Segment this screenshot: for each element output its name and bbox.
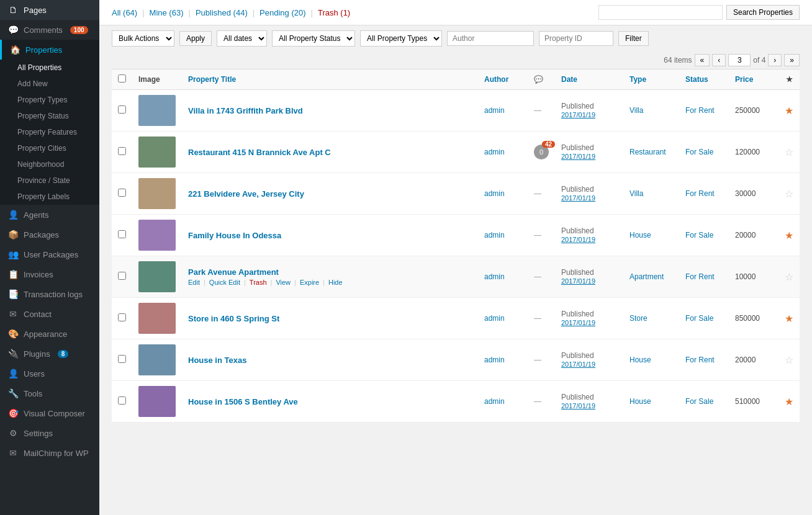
sidebar-item-comments[interactable]: 💬 Comments 100	[0, 20, 99, 40]
row-checkbox[interactable]	[118, 105, 126, 114]
submenu-province-state[interactable]: Province / State	[0, 172, 99, 189]
sort-price-link[interactable]: Price	[735, 75, 753, 84]
filter-all[interactable]: All (64)	[112, 8, 137, 17]
date-link[interactable]: 2017/01/19	[561, 277, 595, 285]
apply-button[interactable]: Apply	[179, 31, 212, 46]
first-page-button[interactable]: «	[695, 54, 710, 66]
date-link[interactable]: 2017/01/19	[561, 319, 595, 326]
action-trash-link[interactable]: Trash	[250, 279, 267, 286]
action-hide-link[interactable]: Hide	[328, 279, 343, 286]
row-checkbox[interactable]	[118, 189, 126, 197]
filter-pending[interactable]: Pending (20)	[259, 8, 305, 17]
filter-trash[interactable]: Trash (1)	[318, 8, 350, 17]
property-title-link[interactable]: Park Avenue Apartment	[188, 267, 279, 277]
sidebar-item-plugins[interactable]: 🔌 Plugins 8	[0, 344, 99, 364]
property-title-link[interactable]: 221 Belvidere Ave, Jersey City	[188, 189, 304, 199]
prev-page-button[interactable]: ‹	[712, 54, 726, 66]
star-toggle[interactable]: ★	[785, 230, 793, 241]
sort-author-link[interactable]: Author	[484, 75, 508, 84]
action-quick-edit-link[interactable]: Quick Edit	[209, 279, 240, 286]
sidebar-item-visual-composer[interactable]: 🎯 Visual Composer	[0, 403, 99, 423]
sort-date-link[interactable]: Date	[561, 75, 577, 84]
date-link[interactable]: 2017/01/19	[561, 361, 595, 368]
action-expire-link[interactable]: Expire	[300, 279, 319, 286]
sidebar-item-properties[interactable]: 🏠 Properties	[0, 40, 99, 60]
submenu-property-labels[interactable]: Property Labels	[0, 189, 99, 205]
star-toggle[interactable]: ☆	[785, 355, 793, 365]
property-type-link[interactable]: Apartment	[629, 272, 664, 281]
property-title-link[interactable]: Store in 460 S Spring St	[188, 314, 279, 323]
last-page-button[interactable]: »	[784, 54, 800, 66]
date-link[interactable]: 2017/01/19	[561, 111, 595, 119]
property-id-input[interactable]	[539, 31, 613, 46]
sidebar-item-packages[interactable]: 📦 Packages	[0, 225, 99, 244]
sidebar-item-user-packages[interactable]: 👥 User Packages	[0, 244, 99, 264]
author-link[interactable]: admin	[484, 314, 505, 323]
action-view-link[interactable]: View	[276, 279, 291, 286]
select-all-checkbox[interactable]	[118, 74, 126, 83]
property-title-link[interactable]: Family House In Odessa	[188, 231, 281, 240]
sidebar-item-agents[interactable]: 👤 Agents	[0, 205, 99, 225]
author-link[interactable]: admin	[484, 231, 505, 240]
sidebar-item-appearance[interactable]: 🎨 Appearance	[0, 324, 99, 344]
search-properties-button[interactable]: Search Properties	[726, 5, 800, 20]
row-checkbox[interactable]	[118, 313, 126, 321]
sidebar-item-users[interactable]: 👤 Users	[0, 364, 99, 383]
date-link[interactable]: 2017/01/19	[561, 153, 595, 160]
submenu-all-properties[interactable]: All Properties	[0, 60, 99, 76]
property-title-link[interactable]: Restaurant 415 N Brannick Ave Apt C	[188, 148, 331, 157]
property-title-link[interactable]: House in 1506 S Bentley Ave	[188, 397, 298, 406]
author-link[interactable]: admin	[484, 189, 505, 198]
property-type-link[interactable]: House	[629, 231, 651, 240]
page-number-input[interactable]	[728, 54, 751, 66]
author-link[interactable]: admin	[484, 356, 505, 364]
star-toggle[interactable]: ☆	[785, 147, 793, 158]
sidebar-item-invoices[interactable]: 📋 Invoices	[0, 264, 99, 284]
property-types-select[interactable]: All Property Types	[360, 30, 442, 47]
property-status-select[interactable]: All Property Status	[272, 30, 355, 47]
row-checkbox[interactable]	[118, 396, 126, 405]
date-link[interactable]: 2017/01/19	[561, 236, 595, 243]
star-toggle[interactable]: ☆	[785, 189, 793, 199]
property-title-link[interactable]: House in Texas	[188, 356, 246, 365]
star-toggle[interactable]: ★	[785, 396, 793, 407]
star-toggle[interactable]: ☆	[785, 272, 793, 282]
next-page-button[interactable]: ›	[768, 54, 782, 66]
date-link[interactable]: 2017/01/19	[561, 402, 595, 410]
submenu-property-status[interactable]: Property Status	[0, 108, 99, 124]
row-checkbox[interactable]	[118, 355, 126, 363]
property-type-link[interactable]: Restaurant	[629, 148, 666, 156]
property-type-link[interactable]: Store	[629, 314, 647, 323]
sort-type-link[interactable]: Type	[629, 75, 646, 84]
sidebar-item-transaction-logs[interactable]: 📑 Transaction logs	[0, 284, 99, 304]
author-link[interactable]: admin	[484, 148, 505, 156]
sidebar-item-tools[interactable]: 🔧 Tools	[0, 383, 99, 403]
author-link[interactable]: admin	[484, 272, 505, 281]
submenu-neighborhood[interactable]: Neighborhood	[0, 156, 99, 172]
property-type-link[interactable]: Villa	[629, 189, 643, 198]
author-link[interactable]: admin	[484, 106, 505, 115]
star-toggle[interactable]: ★	[785, 313, 793, 324]
sidebar-item-contact[interactable]: ✉ Contact	[0, 304, 99, 324]
sort-status-link[interactable]: Status	[685, 75, 708, 84]
submenu-add-new[interactable]: Add New	[0, 76, 99, 92]
property-type-link[interactable]: House	[629, 356, 651, 364]
row-checkbox[interactable]	[118, 147, 126, 155]
comment-wrap[interactable]: 0 42	[534, 145, 549, 159]
sidebar-item-pages[interactable]: 🗋 Pages	[0, 0, 99, 20]
sidebar-item-mailchimp[interactable]: ✉ MailChimp for WP	[0, 443, 99, 463]
filter-button[interactable]: Filter	[618, 31, 649, 46]
filter-published[interactable]: Published (44)	[196, 8, 248, 17]
property-type-link[interactable]: House	[629, 397, 651, 406]
all-dates-select[interactable]: All dates	[217, 30, 267, 47]
submenu-property-types[interactable]: Property Types	[0, 92, 99, 108]
author-link[interactable]: admin	[484, 397, 505, 406]
bulk-actions-select[interactable]: Bulk Actions	[112, 30, 174, 47]
date-link[interactable]: 2017/01/19	[561, 194, 595, 202]
submenu-property-cities[interactable]: Property Cities	[0, 140, 99, 156]
sidebar-item-settings[interactable]: ⚙ Settings	[0, 423, 99, 443]
filter-mine[interactable]: Mine (63)	[150, 8, 184, 17]
action-edit-link[interactable]: Edit	[188, 279, 200, 286]
star-toggle[interactable]: ★	[785, 105, 793, 116]
row-checkbox[interactable]	[118, 230, 126, 238]
